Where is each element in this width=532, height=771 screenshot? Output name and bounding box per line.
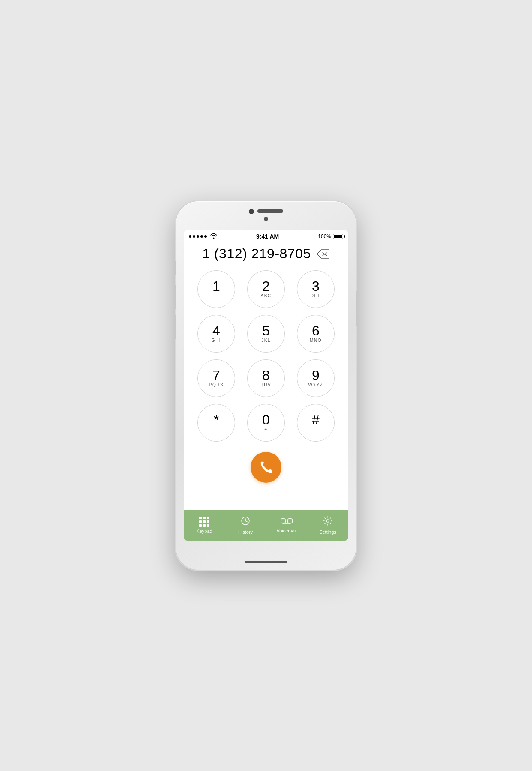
- svg-point-3: [281, 518, 286, 523]
- signal-bars: [189, 235, 207, 238]
- key-8-number: 8: [262, 368, 270, 382]
- key-hash-number: #: [312, 413, 320, 427]
- key-0-letters: +: [264, 427, 267, 433]
- key-1-number: 1: [212, 279, 220, 293]
- tab-settings-label: Settings: [319, 529, 336, 535]
- mute-button[interactable]: [174, 261, 176, 275]
- phone-frame: 9:41 AM 100% 1 (312) 219-8705: [176, 201, 356, 570]
- status-left: [189, 233, 217, 240]
- battery-percentage: 100%: [318, 233, 331, 239]
- key-star[interactable]: *: [197, 404, 235, 442]
- key-3[interactable]: 3 DEF: [297, 270, 335, 308]
- key-3-letters: DEF: [311, 293, 321, 299]
- key-6-letters: MNO: [310, 338, 322, 344]
- key-8-letters: TUV: [261, 383, 272, 388]
- settings-tab-icon: [323, 516, 333, 528]
- phone-top-area: [249, 208, 283, 221]
- key-9-letters: WXYZ: [308, 383, 323, 388]
- key-5[interactable]: 5 JKL: [247, 315, 285, 353]
- camera-dot: [264, 217, 268, 221]
- volume-up-button[interactable]: [174, 285, 176, 309]
- svg-point-4: [287, 518, 293, 523]
- key-hash[interactable]: #: [297, 404, 335, 442]
- key-2-letters: ABC: [260, 293, 271, 299]
- tab-bar: Keypad History: [184, 510, 348, 541]
- dialer: 1 (312) 219-8705 1 2 ABC: [184, 242, 348, 510]
- key-2-number: 2: [262, 279, 270, 293]
- battery-fill: [334, 235, 342, 238]
- call-phone-icon: [259, 460, 273, 475]
- key-star-number: *: [214, 413, 219, 427]
- tab-history-label: History: [238, 529, 253, 535]
- tab-keypad[interactable]: Keypad: [184, 510, 225, 541]
- key-1[interactable]: 1: [197, 270, 235, 308]
- key-3-number: 3: [312, 279, 320, 293]
- key-7[interactable]: 7 PQRS: [197, 359, 235, 397]
- key-9-number: 9: [312, 368, 320, 382]
- phone-screen: 9:41 AM 100% 1 (312) 219-8705: [184, 230, 348, 541]
- home-indicator[interactable]: [245, 561, 287, 563]
- signal-dot-1: [189, 235, 191, 238]
- call-button[interactable]: [251, 452, 281, 483]
- volume-down-button[interactable]: [174, 315, 176, 339]
- svg-point-6: [326, 520, 329, 522]
- wifi-icon: [210, 233, 217, 240]
- front-camera: [249, 209, 254, 214]
- tab-settings[interactable]: Settings: [307, 510, 348, 541]
- status-time: 9:41 AM: [256, 233, 279, 240]
- signal-dot-5: [204, 235, 207, 238]
- history-tab-icon: [240, 516, 251, 528]
- key-5-number: 5: [262, 324, 270, 338]
- key-9[interactable]: 9 WXYZ: [297, 359, 335, 397]
- key-5-letters: JKL: [261, 338, 271, 344]
- key-4-number: 4: [212, 324, 220, 338]
- signal-dot-3: [197, 235, 199, 238]
- tab-voicemail[interactable]: Voicemail: [266, 510, 307, 541]
- key-0[interactable]: 0 +: [247, 404, 285, 442]
- power-button[interactable]: [356, 291, 358, 326]
- key-0-number: 0: [262, 413, 270, 427]
- tab-keypad-label: Keypad: [196, 529, 212, 534]
- status-bar: 9:41 AM 100%: [184, 230, 348, 242]
- key-4-letters: GHI: [212, 338, 221, 344]
- tab-history[interactable]: History: [225, 510, 266, 541]
- key-7-letters: PQRS: [209, 383, 224, 388]
- key-4[interactable]: 4 GHI: [197, 315, 235, 353]
- phone-number-row: 1 (312) 219-8705: [194, 246, 338, 262]
- backspace-button[interactable]: [316, 248, 330, 260]
- battery-icon: [333, 234, 343, 239]
- voicemail-tab-icon: [281, 517, 293, 526]
- keypad-tab-icon: [199, 517, 209, 527]
- key-7-number: 7: [212, 368, 220, 382]
- call-button-row: [251, 452, 281, 483]
- phone-number-display: 1 (312) 219-8705: [202, 246, 311, 262]
- speaker-grille: [257, 209, 283, 213]
- tab-voicemail-label: Voicemail: [276, 528, 296, 533]
- signal-dot-2: [193, 235, 195, 238]
- key-2[interactable]: 2 ABC: [247, 270, 285, 308]
- key-6-number: 6: [312, 324, 320, 338]
- keypad-grid: 1 2 ABC 3 DEF 4 GHI 5 JKL: [184, 270, 348, 442]
- status-right: 100%: [318, 233, 343, 239]
- key-6[interactable]: 6 MNO: [297, 315, 335, 353]
- key-8[interactable]: 8 TUV: [247, 359, 285, 397]
- signal-dot-4: [200, 235, 203, 238]
